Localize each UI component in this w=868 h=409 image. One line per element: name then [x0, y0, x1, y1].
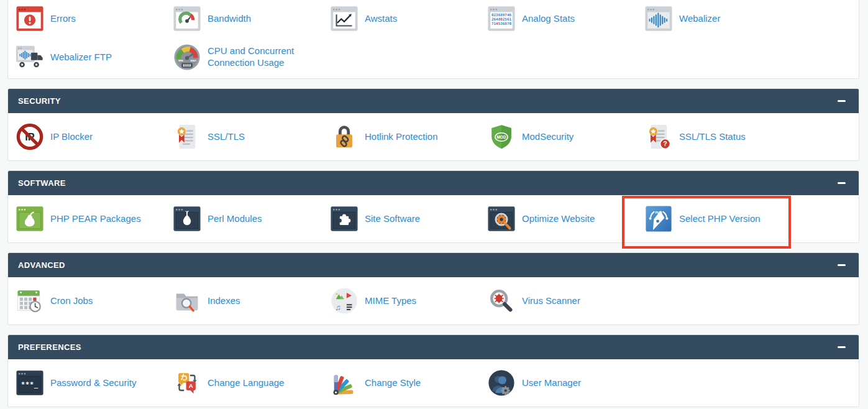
svg-text:264802561: 264802561 [491, 17, 512, 21]
section-header-software: SOFTWARE [8, 171, 859, 195]
certificate-question-icon: ? [644, 122, 673, 151]
collapse-section-button[interactable] [836, 342, 846, 352]
item-label: SSL/TLS Status [679, 131, 746, 143]
section-title: SOFTWARE [18, 178, 66, 188]
item-webalizer-ftp[interactable]: Webalizer FTP [8, 42, 165, 72]
item-virus-scanner[interactable]: Virus Scanner [480, 286, 637, 316]
svg-text:714536870: 714536870 [491, 21, 512, 25]
minus-icon [838, 182, 846, 185]
item-label: Webalizer [679, 13, 720, 25]
svg-text:?: ? [663, 140, 667, 147]
item-ip-blocker[interactable]: IP IP Blocker [8, 122, 165, 152]
section-body-advanced: Cron Jobs Indexes ♫ MIME Types Virus Sca… [8, 277, 859, 324]
item-label: PHP PEAR Packages [50, 213, 141, 225]
svg-text:MIN: MIN [178, 59, 183, 62]
translate-icon: A [173, 369, 201, 397]
item-label: Bandwidth [208, 13, 251, 25]
certificate-icon [173, 122, 201, 151]
item-php-pear-packages[interactable]: PHP PEAR Packages [8, 204, 165, 234]
users-gear-icon [487, 369, 516, 397]
cpanel-home-page: Errors Bandwidth Awstats0236897462648025… [0, 0, 868, 407]
item-label: Optimize Website [522, 213, 595, 225]
item-ssl-tls[interactable]: SSL/TLS [165, 122, 322, 152]
item-label: Site Software [365, 213, 420, 225]
item-label: User Manager [522, 377, 581, 389]
collapse-section-button[interactable] [836, 96, 846, 106]
section-title: PREFERENCES [18, 342, 81, 352]
svg-text:023689746: 023689746 [491, 12, 512, 17]
calendar-clock-icon [16, 287, 44, 315]
svg-text:MOD: MOD [496, 135, 506, 139]
item-hotlink-protection[interactable]: Hotlink Protection [322, 122, 480, 152]
item-label: Errors [50, 13, 76, 25]
errors-icon [16, 4, 44, 33]
item-label: Hotlink Protection [365, 131, 438, 143]
svg-text:A: A [189, 382, 193, 389]
item-label: IP Blocker [50, 131, 93, 143]
magnifier-gear-icon [487, 204, 516, 233]
item-cron-jobs[interactable]: Cron Jobs [8, 286, 165, 316]
item-perl-modules[interactable]: Perl Modules [165, 204, 322, 234]
item-bandwidth[interactable]: Bandwidth [165, 4, 322, 34]
padlock-chain-icon [330, 122, 359, 151]
section-metrics: Errors Bandwidth Awstats0236897462648025… [7, 0, 859, 79]
item-label: Awstats [365, 13, 397, 25]
bandwidth-icon [173, 4, 201, 33]
item-label: CPU and Concurrent Connection Usage [208, 45, 318, 69]
minus-icon [838, 346, 846, 349]
item-ssl-tls-status[interactable]: ?SSL/TLS Status [637, 122, 794, 152]
svg-text:***_: ***_ [21, 381, 39, 388]
item-analog-stats[interactable]: 023689746264802561714536870Analog Stats [480, 4, 637, 34]
webalizer-ftp-icon [16, 43, 44, 71]
item-optimize-website[interactable]: Optimize Website [480, 204, 637, 234]
item-label: Change Language [208, 377, 284, 389]
item-indexes[interactable]: Indexes [165, 286, 322, 316]
item-change-language[interactable]: AChange Language [165, 368, 322, 398]
puzzle-icon [330, 204, 359, 233]
item-label: Cron Jobs [50, 295, 93, 307]
cpu-gauge-icon: MIN MAX [173, 43, 201, 71]
analog-stats-icon: 023689746264802561714536870 [487, 4, 516, 33]
section-title: SECURITY [18, 96, 61, 106]
item-cpu-concurrent-usage[interactable]: MIN MAX CPU and Concurrent Connection Us… [165, 42, 322, 72]
item-errors[interactable]: Errors [8, 4, 165, 34]
item-password-security[interactable]: ***_Password & Security [8, 368, 165, 398]
item-label: SSL/TLS [208, 131, 245, 143]
section-title: ADVANCED [18, 260, 65, 270]
onion-icon [173, 204, 201, 233]
folder-magnifier-icon [173, 287, 201, 315]
item-user-manager[interactable]: User Manager [480, 368, 637, 398]
item-mime-types[interactable]: ♫ MIME Types [322, 286, 480, 316]
section-body-software: PHP PEAR Packages Perl Modules Site Soft… [8, 195, 859, 242]
minus-icon [838, 100, 846, 103]
item-site-software[interactable]: Site Software [322, 204, 480, 234]
item-select-php-version[interactable]: PHP Select PHP Version [637, 204, 794, 234]
ip-blocker-icon: IP [16, 122, 44, 151]
section-security: SECURITY IP IP Blocker SSL/TLS Hotlink P… [7, 88, 859, 161]
section-advanced: ADVANCED Cron Jobs Indexes ♫ MIME Types … [7, 252, 859, 325]
item-webalizer[interactable]: Webalizer [637, 4, 794, 34]
bug-magnifier-icon [487, 287, 516, 315]
section-software: SOFTWARE PHP PEAR Packages Perl Modules … [7, 170, 859, 243]
item-label: MIME Types [365, 295, 416, 307]
item-label: Perl Modules [208, 213, 262, 225]
minus-icon [838, 264, 846, 267]
item-modsecurity[interactable]: MODModSecurity [480, 122, 637, 152]
collapse-section-button[interactable] [836, 178, 846, 188]
section-body-preferences: ***_Password & Security AChange Language… [8, 359, 859, 407]
item-awstats[interactable]: Awstats [322, 4, 480, 34]
section-body-metrics: Errors Bandwidth Awstats0236897462648025… [8, 0, 859, 78]
section-header-advanced: ADVANCED [8, 253, 859, 277]
password-terminal-icon: ***_ [16, 369, 44, 397]
swatches-icon [330, 369, 359, 397]
collapse-section-button[interactable] [836, 260, 846, 270]
item-label: Webalizer FTP [50, 52, 112, 63]
svg-text:♫: ♫ [335, 303, 340, 312]
section-preferences: PREFERENCES***_Password & Security AChan… [7, 334, 859, 407]
item-change-style[interactable]: Change Style [322, 368, 480, 398]
item-label: Analog Stats [522, 13, 575, 25]
pear-icon [16, 204, 44, 233]
section-body-security: IP IP Blocker SSL/TLS Hotlink Protection… [8, 113, 859, 160]
shield-icon: MOD [487, 122, 516, 151]
item-label: Password & Security [50, 377, 136, 389]
